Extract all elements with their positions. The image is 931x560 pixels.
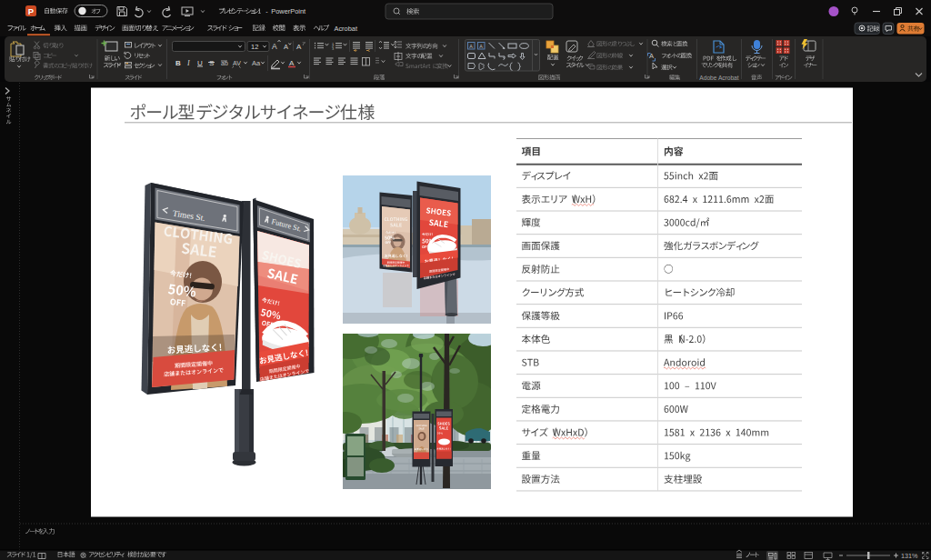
svg-text:A: A — [289, 59, 295, 67]
svg-text:A: A — [479, 44, 483, 49]
svg-text:AV: AV — [233, 60, 241, 66]
svg-text:S: S — [209, 59, 214, 67]
svg-text:ab: ab — [221, 60, 228, 66]
svg-text:12: 12 — [251, 43, 258, 51]
svg-text:U: U — [197, 59, 203, 67]
svg-text:PowerPoint: PowerPoint — [271, 7, 305, 15]
svg-text:Acrobat: Acrobat — [335, 25, 357, 33]
svg-text:A: A — [296, 43, 302, 51]
svg-text:131%: 131% — [901, 552, 918, 560]
svg-text:I: I — [186, 59, 190, 67]
svg-text:A: A — [284, 43, 288, 51]
svg-text:P: P — [28, 6, 35, 16]
svg-text:A: A — [469, 44, 473, 49]
svg-text:B: B — [175, 59, 181, 67]
svg-text:A: A — [272, 42, 277, 51]
svg-text:Aa: Aa — [252, 59, 261, 67]
svg-text:Adobe Acrobat: Adobe Acrobat — [699, 75, 738, 81]
